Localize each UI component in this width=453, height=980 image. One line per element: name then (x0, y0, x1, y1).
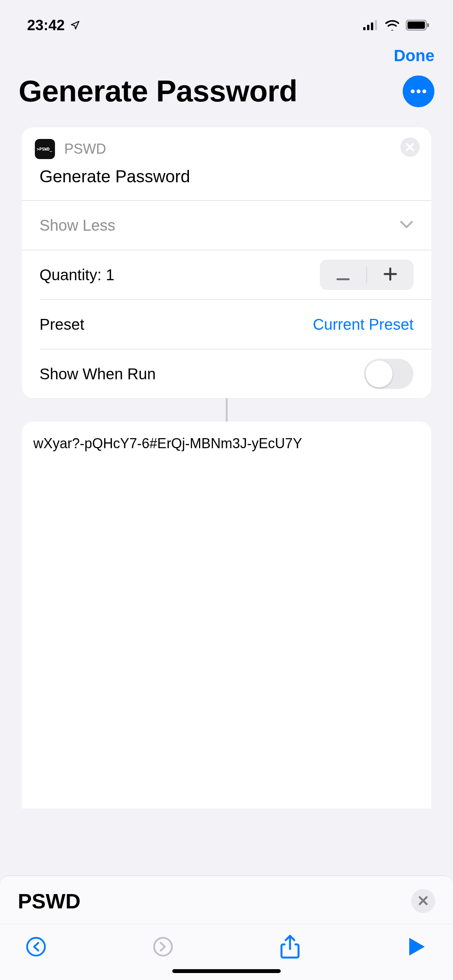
show-less-row[interactable]: Show Less (22, 201, 431, 250)
chevron-down-icon (400, 220, 414, 230)
status-left: 23:42 (27, 17, 80, 34)
preset-label: Preset (39, 316, 84, 333)
nav-header: Done (0, 43, 453, 65)
action-title[interactable]: Generate Password (22, 164, 431, 200)
share-button[interactable] (276, 934, 304, 961)
app-icon: >PSWD_ (35, 139, 55, 159)
svg-rect-10 (336, 278, 350, 280)
sheet-title: PSWD (18, 889, 81, 913)
action-card: >PSWD_ PSWD Generate Password Show Less … (22, 127, 431, 398)
status-bar: 23:42 (0, 0, 453, 43)
run-button[interactable] (403, 934, 431, 961)
preset-row[interactable]: Preset Current Preset (22, 300, 431, 349)
svg-point-14 (154, 938, 172, 956)
home-indicator[interactable] (172, 969, 281, 973)
output-card[interactable]: wXyar?-pQHcY7-6#ErQj-MBNm3J-yEcU7Y (22, 421, 431, 809)
quantity-row: Quantity: 1 (22, 250, 431, 299)
svg-rect-3 (375, 20, 377, 30)
more-button[interactable] (403, 75, 434, 107)
quantity-label: Quantity: 1 (39, 266, 114, 284)
svg-rect-6 (427, 23, 429, 27)
redo-icon (153, 936, 173, 958)
stepper-increment-button[interactable] (367, 260, 414, 290)
battery-icon (406, 20, 430, 31)
show-when-run-row: Show When Run (22, 350, 431, 398)
status-right (363, 20, 430, 31)
svg-rect-1 (367, 25, 369, 30)
page-title: Generate Password (19, 74, 297, 109)
svg-rect-0 (363, 27, 365, 30)
location-icon (70, 20, 80, 30)
flow-connector (226, 398, 228, 421)
minus-icon (336, 265, 350, 284)
done-button[interactable]: Done (394, 46, 434, 65)
quantity-stepper (320, 260, 414, 290)
status-time: 23:42 (27, 17, 65, 34)
show-when-run-label: Show When Run (39, 365, 156, 383)
remove-action-button[interactable] (400, 137, 420, 157)
app-icon-label: >PSWD_ (37, 147, 52, 152)
sheet-close-button[interactable] (411, 889, 435, 913)
switch-knob (365, 360, 393, 387)
share-icon (280, 934, 300, 960)
svg-point-7 (411, 89, 415, 93)
svg-point-13 (27, 938, 45, 956)
svg-point-8 (417, 89, 420, 93)
cellular-signal-icon (363, 20, 379, 30)
sheet-header: PSWD (0, 876, 453, 924)
app-name: PSWD (64, 141, 106, 157)
wifi-icon (385, 20, 400, 31)
undo-icon (26, 936, 46, 958)
close-icon (418, 895, 429, 907)
redo-button[interactable] (149, 934, 177, 961)
plus-icon (384, 265, 397, 284)
close-icon (405, 142, 415, 152)
show-when-run-toggle[interactable] (364, 359, 414, 389)
show-less-label: Show Less (39, 217, 115, 234)
output-text: wXyar?-pQHcY7-6#ErQj-MBNm3J-yEcU7Y (33, 435, 302, 451)
ellipsis-icon (410, 89, 427, 94)
stepper-decrement-button[interactable] (320, 260, 366, 290)
undo-button[interactable] (22, 934, 50, 961)
preset-value: Current Preset (313, 316, 414, 333)
svg-rect-5 (408, 22, 425, 29)
bottom-sheet: PSWD (0, 875, 453, 980)
play-icon (408, 936, 426, 958)
title-row: Generate Password (0, 65, 453, 120)
action-card-header: >PSWD_ PSWD (22, 127, 431, 164)
svg-point-9 (422, 89, 426, 93)
svg-rect-2 (371, 22, 373, 30)
svg-rect-12 (390, 267, 391, 281)
